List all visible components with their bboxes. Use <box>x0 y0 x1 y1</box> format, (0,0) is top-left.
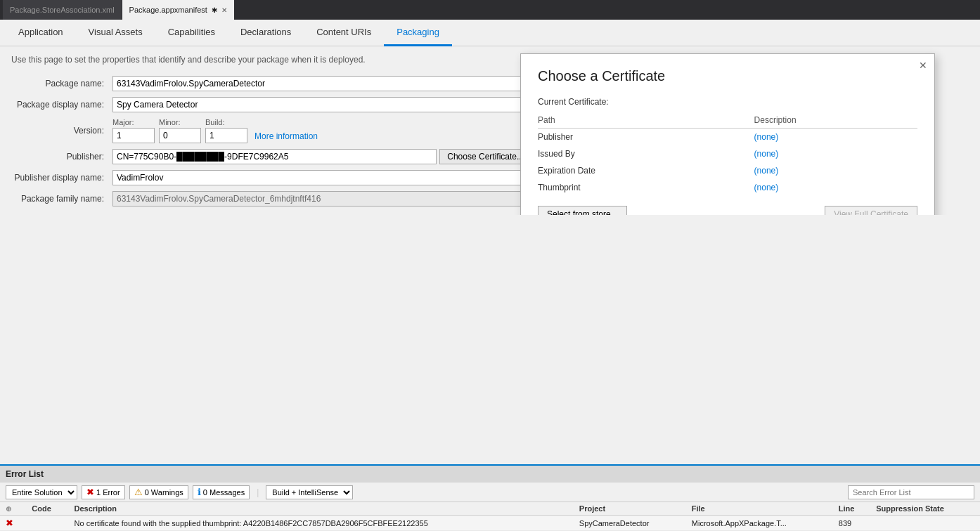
cert-left-buttons: Select from store... Select from file...… <box>538 206 627 215</box>
tab-manifest-label: Package.appxmanifest <box>129 6 207 14</box>
tab-packaging[interactable]: Packaging <box>384 20 452 46</box>
tab-store-association[interactable]: Package.StoreAssociation.xml <box>3 0 122 20</box>
page-content: Use this page to set the properties that… <box>0 46 980 215</box>
choose-certificate-dialog: ✕ Choose a Certificate Current Certifica… <box>520 53 935 215</box>
nav-tabs: Application Visual Assets Capabilities D… <box>0 20 980 46</box>
cert-row-issued-desc: (none) <box>754 145 917 162</box>
cert-row-expiry-path: Expiration Date <box>538 162 754 179</box>
close-tab-icon[interactable]: ✕ <box>221 6 227 14</box>
tab-visual-assets[interactable]: Visual Assets <box>76 20 155 46</box>
tab-bar: Package.StoreAssociation.xml Package.app… <box>0 0 980 20</box>
cert-row-thumbprint-desc: (none) <box>754 179 917 196</box>
cert-row-issued-path: Issued By <box>538 145 754 162</box>
select-from-store-button[interactable]: Select from store... <box>538 206 627 215</box>
tab-store-label: Package.StoreAssociation.xml <box>10 6 115 14</box>
table-row: Issued By (none) <box>538 145 917 162</box>
modal-close-icon[interactable]: ✕ <box>919 60 927 71</box>
cert-table: Path Description Publisher (none) Issued… <box>538 112 917 196</box>
tab-capabilities[interactable]: Capabilities <box>155 20 228 46</box>
cert-row-thumbprint-path: Thumbprint <box>538 179 754 196</box>
tab-modified-icon: ✱ <box>212 6 217 14</box>
modal-overlay: ✕ Choose a Certificate Current Certifica… <box>0 46 980 215</box>
cert-row-publisher-desc: (none) <box>754 129 917 146</box>
modal-title: Choose a Certificate <box>538 68 917 84</box>
cert-col-path: Path <box>538 112 754 129</box>
main-area: Application Visual Assets Capabilities D… <box>0 20 980 215</box>
cert-buttons-container: Select from store... Select from file...… <box>538 206 917 215</box>
table-row: Publisher (none) <box>538 129 917 146</box>
tab-appxmanifest[interactable]: Package.appxmanifest ✱ ✕ <box>122 0 235 20</box>
tab-application[interactable]: Application <box>6 20 76 46</box>
tab-declarations[interactable]: Declarations <box>228 20 304 46</box>
view-full-certificate-button[interactable]: View Full Certificate <box>825 206 917 215</box>
cert-row-publisher-path: Publisher <box>538 129 754 146</box>
table-row: Expiration Date (none) <box>538 162 917 179</box>
cert-row-expiry-desc: (none) <box>754 162 917 179</box>
tab-content-uris[interactable]: Content URIs <box>304 20 384 46</box>
table-row: Thumbprint (none) <box>538 179 917 196</box>
cert-col-description: Description <box>754 112 917 129</box>
current-cert-label: Current Certificate: <box>538 97 917 107</box>
